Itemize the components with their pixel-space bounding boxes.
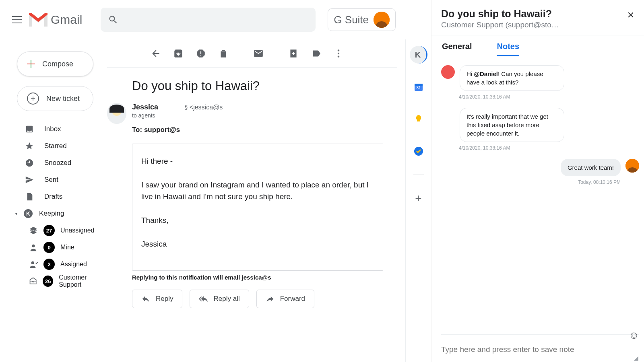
note-input[interactable] — [441, 342, 639, 357]
back-icon[interactable] — [151, 48, 161, 59]
keep-icon — [414, 114, 423, 124]
message-body: Hi there - I saw your brand on Instagram… — [132, 144, 383, 271]
sub-mine[interactable]: 0 Mine — [0, 239, 107, 256]
nav-snoozed[interactable]: Snoozed — [0, 154, 107, 171]
forward-icon — [266, 294, 275, 303]
emoji-button[interactable]: ☺ — [628, 329, 639, 341]
sub-label: Customer Support — [59, 274, 107, 288]
addon-keep[interactable] — [410, 110, 427, 128]
sub-customer-support[interactable]: 26 Customer Support — [0, 273, 107, 290]
gsuite-label: G Suite — [334, 14, 369, 26]
to-recipients: to agents — [132, 112, 397, 119]
forward-button[interactable]: Forward — [256, 290, 314, 308]
tab-notes[interactable]: Notes — [497, 42, 519, 56]
reply-button[interactable]: Reply — [132, 290, 182, 308]
plus-icon — [27, 60, 35, 68]
reply-icon — [141, 294, 150, 303]
addon-tasks[interactable] — [410, 142, 427, 160]
nav-label: Starred — [44, 142, 67, 150]
resize-handle[interactable]: ◢ — [634, 355, 638, 361]
label-icon[interactable] — [311, 48, 321, 59]
count-badge: 26 — [43, 276, 53, 287]
nav-starred[interactable]: Starred — [0, 138, 107, 154]
topbar: Gmail G Suite — [0, 0, 431, 39]
compose-button[interactable]: Compose — [17, 51, 93, 76]
move-to-icon[interactable] — [288, 48, 299, 59]
nav-drafts[interactable]: Drafts — [0, 188, 107, 205]
search-icon — [108, 14, 118, 25]
reply-hint: Replying to this notification will email… — [132, 274, 397, 281]
left-nav: Compose + New ticket Inbox Starred Snooz… — [0, 39, 107, 362]
to-field: To: support@s — [132, 126, 397, 134]
reply-all-icon — [199, 294, 208, 303]
panel-tabs: General Notes — [441, 35, 639, 56]
note-bubble: Great work team! — [561, 159, 621, 176]
more-icon[interactable] — [333, 48, 344, 59]
mail-content: Do you ship to Hawaii? Jessica § <jessic… — [107, 39, 405, 362]
note-item: It's really important that we get this f… — [441, 108, 639, 142]
tab-general[interactable]: General — [442, 42, 472, 56]
keeping-icon: K — [24, 209, 33, 218]
tray-icon — [29, 277, 37, 286]
addon-get-addons[interactable]: + — [410, 189, 427, 207]
sub-unassigned[interactable]: 27 Unassigned — [0, 222, 107, 239]
reply-all-button[interactable]: Reply all — [190, 290, 249, 308]
close-button[interactable] — [622, 8, 639, 24]
nav-inbox[interactable]: Inbox — [0, 121, 107, 138]
sender-name: Jessica — [132, 103, 158, 111]
sub-assigned[interactable]: 2 Assigned — [0, 256, 107, 273]
inbox-icon — [25, 125, 34, 134]
nav-sent[interactable]: Sent — [0, 171, 107, 188]
gmail-m-icon — [29, 13, 47, 27]
menu-button[interactable] — [7, 10, 27, 29]
note-timestamp: Today, 08:10:16 PM — [441, 179, 621, 185]
plus-circle-icon: + — [27, 93, 39, 105]
note-timestamp: 4/10/2020, 10:38:16 AM — [459, 94, 639, 100]
svg-point-5 — [338, 49, 339, 51]
svg-text:K: K — [26, 210, 30, 217]
note-input-area: ☺ ◢ — [441, 334, 639, 362]
mark-unread-icon[interactable] — [253, 48, 264, 59]
svg-point-4 — [31, 261, 34, 264]
compose-label: Compose — [42, 60, 73, 68]
notes-thread: Hi @Daniel! Can you please have a look a… — [441, 56, 639, 362]
archive-icon[interactable] — [173, 48, 184, 59]
keeping-label: Keeping — [39, 210, 64, 218]
spam-icon[interactable] — [196, 48, 206, 59]
sender-avatar[interactable] — [107, 103, 126, 124]
addons-rail: K 31 + — [405, 39, 431, 362]
send-icon — [25, 175, 34, 184]
addon-calendar[interactable]: 31 — [410, 78, 427, 96]
file-icon — [25, 192, 34, 201]
note-item: Hi @Daniel! Can you please have a look a… — [441, 65, 639, 91]
addon-keeping[interactable]: K — [410, 46, 427, 64]
nav-keeping[interactable]: ▾ K Keeping — [0, 205, 107, 222]
count-badge: 0 — [43, 242, 55, 253]
account-avatar[interactable] — [374, 12, 390, 28]
mail-toolbar — [107, 39, 397, 68]
star-icon — [25, 142, 34, 150]
svg-text:31: 31 — [416, 86, 421, 90]
new-ticket-button[interactable]: + New ticket — [17, 86, 93, 111]
keeping-panel: Do you ship to Hawaii? Customer Support … — [431, 0, 644, 362]
delete-icon[interactable] — [218, 48, 229, 59]
chevron-down-icon: ▾ — [15, 212, 17, 216]
note-bubble: Hi @Daniel! Can you please have a look a… — [460, 65, 564, 91]
note-item: Great work team! — [441, 159, 639, 176]
reply-actions: Reply Reply all Forward — [132, 290, 397, 308]
person-check-icon — [29, 260, 38, 269]
gmail-logo[interactable]: Gmail — [29, 13, 82, 27]
note-avatar — [625, 159, 639, 173]
gmail-app: Gmail G Suite Compose + New ticket Inbox — [0, 0, 431, 362]
gsuite-badge[interactable]: G Suite — [328, 8, 396, 31]
search-bar[interactable] — [101, 8, 316, 32]
sender-email-fragment: <jessica@s — [190, 104, 223, 111]
sub-label: Mine — [60, 244, 74, 251]
main-area: Compose + New ticket Inbox Starred Snooz… — [0, 39, 431, 362]
person-icon — [29, 243, 38, 252]
nav-label: Drafts — [44, 193, 62, 201]
nav-label: Sent — [44, 176, 58, 184]
count-badge: 27 — [43, 225, 55, 236]
gmail-logo-text: Gmail — [51, 13, 82, 27]
layers-icon — [29, 226, 38, 235]
